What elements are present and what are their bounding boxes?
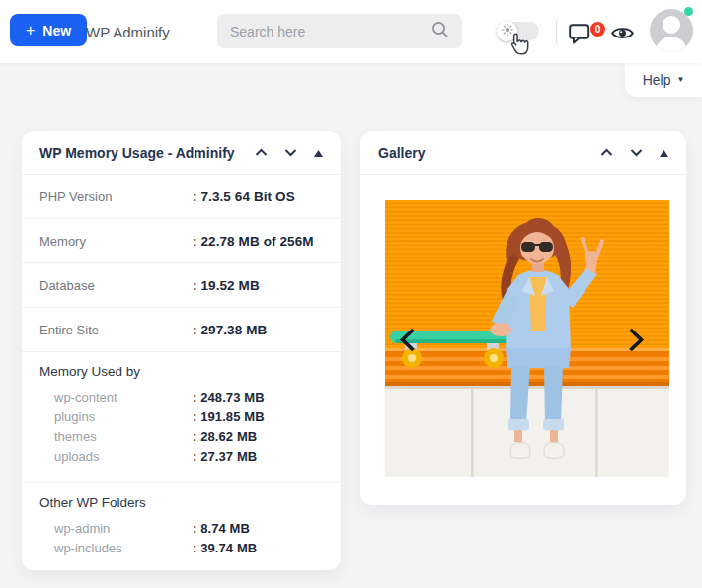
- row-value: : 27.37 MB: [193, 449, 257, 464]
- list-item: plugins : 191.85 MB: [39, 406, 323, 426]
- gallery-widget-title: Gallery: [378, 145, 600, 161]
- collapse-button[interactable]: [314, 145, 323, 160]
- row-label: wp-includes: [54, 541, 193, 555]
- row-value: : 297.38 MB: [193, 323, 267, 337]
- list-item: themes : 28.62 MB: [39, 426, 323, 446]
- notification-badge: 0: [590, 22, 605, 37]
- dark-mode-toggle[interactable]: [497, 22, 539, 40]
- search-bar[interactable]: [217, 14, 462, 48]
- chevron-right-icon: [627, 341, 646, 356]
- gallery-photo: [385, 200, 669, 477]
- gallery-prev-button[interactable]: [398, 327, 417, 356]
- toggle-knob: [497, 21, 517, 41]
- memory-usage-widget: WP Memory Usage - Adminify PHP Version :…: [22, 131, 341, 570]
- list-item: wp-includes : 39.74 MB: [39, 538, 323, 557]
- help-dropdown[interactable]: Help ▼: [625, 63, 702, 97]
- comments-button[interactable]: [569, 24, 590, 47]
- gallery-widget: Gallery: [360, 131, 686, 505]
- sun-icon: [502, 24, 513, 38]
- move-down-button[interactable]: [630, 145, 643, 160]
- plus-icon: +: [26, 23, 35, 38]
- move-up-button[interactable]: [255, 145, 268, 160]
- chevron-left-icon: [398, 341, 417, 356]
- row-label: wp-content: [54, 390, 193, 404]
- list-item: wp-content : 248.73 MB: [39, 387, 323, 406]
- search-icon: [431, 21, 449, 42]
- row-label: themes: [54, 429, 193, 444]
- section-title: Other WP Folders: [39, 495, 323, 510]
- online-status-dot: [684, 7, 693, 16]
- row-value: : 7.3.5 64 Bit OS: [193, 189, 295, 204]
- help-label: Help: [643, 72, 671, 88]
- avatar-head-icon: [663, 16, 680, 34]
- new-button[interactable]: + New: [10, 14, 87, 46]
- move-down-button[interactable]: [284, 145, 297, 160]
- row-label: PHP Version: [39, 189, 193, 204]
- eye-icon: [611, 29, 634, 43]
- row-label: Entire Site: [39, 323, 193, 337]
- widget-controls: [255, 145, 323, 160]
- brand-title: WP Adminify: [86, 0, 170, 63]
- search-input[interactable]: [230, 24, 431, 39]
- other-wp-folders-section: Other WP Folders wp-admin : 8.74 MB wp-i…: [22, 483, 341, 570]
- new-button-label: New: [42, 23, 71, 38]
- view-site-button[interactable]: [611, 26, 634, 43]
- row-value: : 191.85 MB: [193, 409, 265, 424]
- memory-widget-title: WP Memory Usage - Adminify: [39, 145, 255, 161]
- caret-down-icon: ▼: [676, 76, 684, 84]
- row-value: : 22.78 MB of 256M: [193, 234, 314, 249]
- table-row: Entire Site : 297.38 MB: [22, 308, 341, 352]
- row-label: plugins: [54, 409, 193, 424]
- row-value: : 28.62 MB: [193, 429, 257, 444]
- avatar-body-icon: [656, 37, 687, 52]
- row-label: Database: [39, 278, 193, 293]
- memory-widget-header: WP Memory Usage - Adminify: [22, 131, 341, 175]
- row-value: : 8.74 MB: [193, 521, 250, 536]
- list-item: wp-admin : 8.74 MB: [39, 518, 323, 538]
- table-row: Database : 19.52 MB: [22, 263, 341, 308]
- row-value: : 19.52 MB: [193, 278, 260, 293]
- section-title: Memory Used by: [39, 364, 323, 379]
- topbar-divider: [556, 20, 557, 44]
- widget-controls: [600, 145, 668, 160]
- row-label: Memory: [39, 234, 193, 249]
- move-up-button[interactable]: [600, 145, 613, 160]
- row-label: wp-admin: [54, 521, 193, 536]
- row-label: uploads: [54, 449, 193, 464]
- row-value: : 39.74 MB: [193, 541, 257, 555]
- list-item: uploads : 27.37 MB: [39, 446, 323, 466]
- gallery-next-button[interactable]: [627, 327, 646, 356]
- gallery-widget-header: Gallery: [360, 131, 686, 175]
- table-row: PHP Version : 7.3.5 64 Bit OS: [22, 175, 341, 219]
- collapse-button[interactable]: [660, 145, 668, 160]
- chat-bubble-icon: [569, 33, 590, 47]
- memory-used-by-section: Memory Used by wp-content : 248.73 MB pl…: [22, 352, 341, 483]
- topbar: + New WP Adminify: [0, 0, 702, 63]
- table-row: Memory : 22.78 MB of 256M: [22, 219, 341, 263]
- row-value: : 248.73 MB: [193, 390, 265, 404]
